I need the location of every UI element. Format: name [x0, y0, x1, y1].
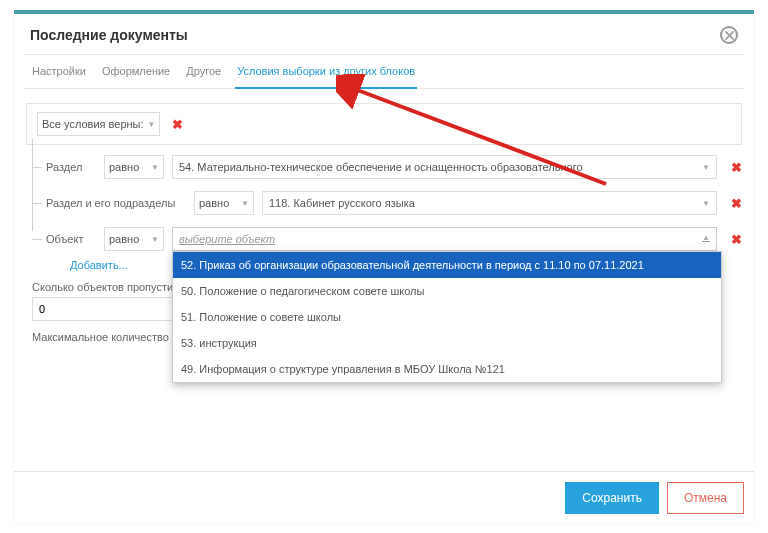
- remove-row-icon[interactable]: ✖: [731, 232, 742, 247]
- operator-select[interactable]: равно▼: [194, 191, 254, 215]
- dropdown-item[interactable]: 53. инструкция: [173, 330, 721, 356]
- dropdown-item[interactable]: 49. Информация о структуре управления в …: [173, 356, 721, 382]
- value-select[interactable]: 118. Кабинет русского языка▼: [262, 191, 717, 215]
- condition-root: Все условия верны:▼ ✖: [26, 103, 742, 145]
- remove-row-icon[interactable]: ✖: [731, 196, 742, 211]
- condition-row: Объект равно▼ выберите объект ▲ 52. Прик…: [46, 227, 742, 251]
- field-label: Раздел и его подразделы: [46, 197, 186, 209]
- operator-select[interactable]: равно▼: [104, 155, 164, 179]
- chevron-down-icon: ▼: [702, 163, 710, 172]
- tabs: Настройки Оформление Другое Условия выбо…: [24, 55, 744, 89]
- footer: Сохранить Отмена: [14, 471, 754, 524]
- field-label: Объект: [46, 233, 96, 245]
- remove-row-icon[interactable]: ✖: [731, 160, 742, 175]
- dropdown-item[interactable]: 52. Приказ об организации образовательно…: [173, 252, 721, 278]
- condition-row: Раздел равно▼ 54. Материально-техническо…: [46, 155, 742, 179]
- tab-other[interactable]: Другое: [184, 55, 223, 88]
- chevron-down-icon: ▼: [702, 199, 710, 208]
- cancel-button[interactable]: Отмена: [667, 482, 744, 514]
- field-label: Раздел: [46, 161, 96, 173]
- dropdown-item[interactable]: 50. Положение о педагогическом совете шк…: [173, 278, 721, 304]
- chevron-down-icon: ▼: [151, 235, 159, 244]
- close-icon[interactable]: [720, 26, 738, 44]
- condition-row: Раздел и его подразделы равно▼ 118. Каби…: [46, 191, 742, 215]
- root-condition-select[interactable]: Все условия верны:▼: [37, 112, 160, 136]
- chevron-down-icon: ▼: [148, 120, 156, 129]
- tab-conditions[interactable]: Условия выборки из других блоков: [235, 55, 417, 89]
- dropdown-list: 52. Приказ об организации образовательно…: [172, 251, 722, 383]
- dropdown-item[interactable]: 51. Положение о совете школы: [173, 304, 721, 330]
- chevron-down-icon: ▼: [151, 163, 159, 172]
- chevron-up-icon: ▲: [702, 233, 710, 245]
- modal-title: Последние документы: [30, 27, 188, 43]
- chevron-down-icon: ▼: [241, 199, 249, 208]
- tab-settings[interactable]: Настройки: [30, 55, 88, 88]
- tab-design[interactable]: Оформление: [100, 55, 172, 88]
- modal: Последние документы Настройки Оформление…: [14, 14, 754, 524]
- save-button[interactable]: Сохранить: [565, 482, 659, 514]
- value-select[interactable]: 54. Материально-техническое обеспечение …: [172, 155, 717, 179]
- select-trigger[interactable]: выберите объект ▲: [172, 227, 717, 251]
- remove-root-icon[interactable]: ✖: [172, 117, 183, 132]
- operator-select[interactable]: равно▼: [104, 227, 164, 251]
- object-select-open: выберите объект ▲ 52. Приказ об организа…: [172, 227, 717, 251]
